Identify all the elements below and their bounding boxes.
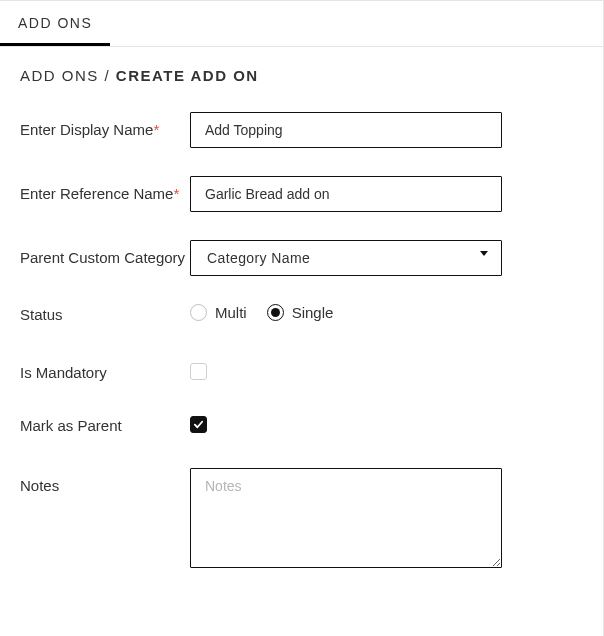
radio-label-multi: Multi — [215, 304, 247, 321]
breadcrumb-current: CREATE ADD ON — [116, 67, 259, 84]
required-mark: * — [173, 185, 179, 202]
status-radio-group: Multi Single — [190, 304, 502, 321]
parent-category-select[interactable]: Category Name — [190, 240, 502, 276]
page-content: ADD ONS / CREATE ADD ON Enter Display Na… — [0, 47, 603, 620]
label-display-name: Enter Display Name* — [20, 112, 190, 140]
status-radio-single[interactable]: Single — [267, 304, 334, 321]
parent-checkbox[interactable] — [190, 416, 207, 433]
radio-icon — [190, 304, 207, 321]
notes-textarea[interactable] — [190, 468, 502, 568]
radio-icon — [267, 304, 284, 321]
check-icon — [193, 419, 204, 430]
label-mark-as-parent: Mark as Parent — [20, 416, 190, 436]
status-radio-multi[interactable]: Multi — [190, 304, 247, 321]
label-notes: Notes — [20, 468, 190, 496]
tab-bar: ADD ONS — [0, 1, 603, 47]
display-name-input[interactable] — [190, 112, 502, 148]
tab-add-ons[interactable]: ADD ONS — [0, 1, 110, 46]
breadcrumb-sep: / — [105, 67, 111, 84]
required-mark: * — [153, 121, 159, 138]
breadcrumb-parent[interactable]: ADD ONS — [20, 67, 99, 84]
label-parent-category: Parent Custom Category — [20, 240, 190, 268]
breadcrumb: ADD ONS / CREATE ADD ON — [20, 67, 583, 84]
radio-label-single: Single — [292, 304, 334, 321]
label-is-mandatory: Is Mandatory — [20, 363, 190, 383]
label-status: Status — [20, 304, 190, 325]
reference-name-input[interactable] — [190, 176, 502, 212]
mandatory-checkbox[interactable] — [190, 363, 207, 380]
label-reference-name: Enter Reference Name* — [20, 176, 190, 204]
